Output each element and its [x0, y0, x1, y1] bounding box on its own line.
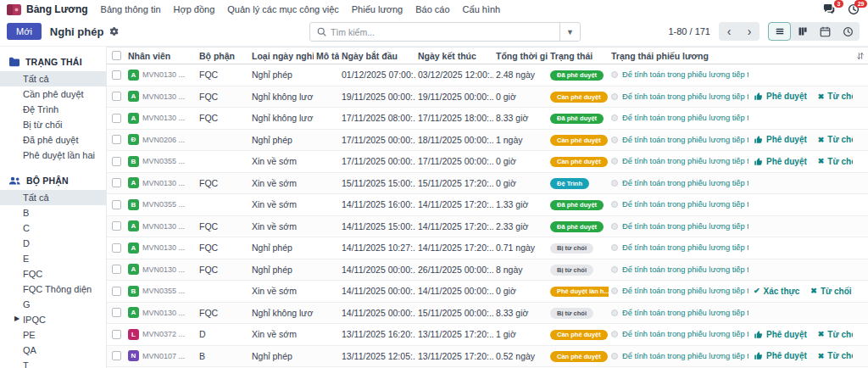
employee-id: MVN0130 ... [142, 70, 185, 79]
pager-previous-button[interactable]: ‹ [719, 22, 739, 41]
messages-icon[interactable]: 3 [822, 3, 836, 15]
sidebar-filter-item[interactable]: Đệ Trình [0, 102, 106, 117]
row-checkbox[interactable] [107, 243, 125, 253]
leave-type-cell: Xin về sớm [249, 178, 314, 188]
table-row[interactable]: LMVN0372 ...DXin về sớm13/11/2025 16:20:… [107, 324, 868, 346]
column-status[interactable]: Trạng thái [548, 51, 609, 61]
table-row[interactable]: AMVN0130 ...FQCNghỉ phép14/11/2025 00:00… [107, 259, 868, 282]
table-row[interactable]: BMVN0355 ...Xin về sớm14/11/2025 16:00:.… [107, 194, 868, 216]
expand-caret-icon[interactable]: ▶ [14, 315, 19, 322]
sidebar-filter-item[interactable]: PE [0, 327, 106, 343]
refuse-button[interactable]: ✖Từ chối [810, 287, 851, 296]
sidebar-filter-item[interactable]: G [0, 297, 106, 312]
row-checkbox[interactable] [107, 135, 125, 144]
row-checkbox[interactable] [107, 330, 125, 339]
nav-menu-item[interactable]: Cấu hình [463, 4, 501, 14]
optional-columns-icon[interactable] [853, 52, 868, 60]
nav-menu-item[interactable]: Phiếu lương [352, 4, 403, 14]
column-department[interactable]: Bộ phận [197, 51, 249, 61]
column-total-time[interactable]: Tổng thời gi... [493, 51, 548, 61]
search-input[interactable] [331, 27, 559, 37]
sidebar-filter-item[interactable]: T [0, 358, 106, 368]
select-all-checkbox[interactable] [107, 51, 125, 60]
row-checkbox[interactable] [107, 114, 125, 123]
new-button[interactable]: Mới [7, 23, 42, 40]
table-row[interactable]: BMVN0355 ...Xin về sớm17/11/2025 00:00:.… [107, 151, 868, 173]
nav-menu-item[interactable]: Quản lý các mục công việc [227, 4, 338, 14]
approve-button[interactable]: Phê duyệt [754, 330, 807, 339]
list-view-button[interactable] [768, 22, 791, 41]
column-employee[interactable]: Nhân viên [125, 51, 197, 61]
refuse-button[interactable]: ✖Từ chối [818, 330, 853, 339]
employee-id: MVN0372 ... [142, 330, 185, 338]
table-row[interactable]: AMVN0130 ...FQCNghỉ không lươ...19/11/20… [107, 86, 868, 109]
settings-gear-icon[interactable] [108, 26, 119, 36]
payslip-status: Để tính toán trong phiếu lương tiếp theo [622, 287, 748, 295]
validate-button[interactable]: ✔Xác thực [754, 287, 799, 296]
leave-type-cell: Xin về sớm [249, 221, 314, 231]
sidebar-filter-item[interactable]: Đã phê duyệt [0, 132, 106, 148]
sidebar-filter-item[interactable]: C [0, 220, 106, 236]
refuse-button[interactable]: ✖Từ chối [818, 135, 853, 144]
sidebar-filter-item[interactable]: Cần phê duyệt [0, 86, 106, 102]
sidebar-filter-item[interactable]: Bị từ chối [0, 117, 106, 132]
row-checkbox[interactable] [107, 178, 125, 187]
sidebar-filter-item[interactable]: Tất cả [0, 71, 106, 86]
sidebar-filter-item[interactable]: B [0, 205, 106, 220]
nav-menu-item[interactable]: Bảng thông tin [101, 4, 161, 14]
sidebar-filter-item[interactable]: Phê duyệt lần hai [0, 148, 106, 163]
nav-menu-item[interactable]: Hợp đồng [174, 4, 215, 14]
sidebar-filter-item[interactable]: D [0, 236, 106, 251]
table-row[interactable]: AMVN0130 ...FQCNghỉ phép14/11/2025 10:27… [107, 237, 868, 259]
approve-button[interactable]: Phê duyệt [754, 351, 807, 360]
start-date-cell: 14/11/2025 00:00:... [339, 308, 415, 318]
table-row[interactable]: AMVN0130 ...FQCNghỉ không lươ...14/11/20… [107, 303, 868, 325]
approve-button[interactable]: Phê duyệt [754, 135, 807, 144]
table-row[interactable]: AMVN0130 ...FQCXin về sớm15/11/2025 15:0… [107, 173, 868, 195]
sidebar-filter-item[interactable]: FQC [0, 266, 106, 282]
leave-type-cell: Nghỉ không lươ... [249, 92, 314, 102]
refuse-button[interactable]: ✖Từ chối [818, 157, 853, 166]
row-checkbox[interactable] [107, 308, 125, 317]
column-payslip-status[interactable]: Trạng thái phiếu lương [609, 51, 751, 61]
search-dropdown-caret[interactable]: ▼ [559, 23, 580, 41]
payslip-radio-icon [611, 71, 618, 78]
column-leave-type[interactable]: Loại ngày nghỉ [249, 51, 314, 61]
sidebar-filter-item[interactable]: E [0, 251, 106, 266]
sidebar-filter-item[interactable]: QA [0, 343, 106, 358]
row-checkbox[interactable] [107, 92, 125, 101]
table-row[interactable]: BMVN0355 ...Xin về sớm14/11/2025 00:00:.… [107, 281, 868, 303]
refuse-button[interactable]: ✖Từ chối [818, 351, 853, 360]
nav-menu-item[interactable]: Báo cáo [415, 4, 449, 14]
approve-button[interactable]: Phê duyệt [754, 92, 807, 101]
employee-avatar: A [128, 70, 139, 81]
row-checkbox[interactable] [107, 221, 125, 231]
sidebar-filter-item[interactable]: ▶IPQC [0, 312, 106, 327]
table-row[interactable]: ĐMVN0206 ...Nghỉ phép17/11/2025 00:00:..… [107, 130, 868, 152]
row-checkbox[interactable] [107, 265, 125, 274]
filters-sidebar: TRẠNG THÁITất cảCần phê duyệtĐệ TrìnhBị … [0, 47, 107, 368]
table-row[interactable]: AMVN0130 ...FQCXin về sớm14/11/2025 15:0… [107, 216, 868, 238]
table-row[interactable]: AMVN0130 ...FQCNghỉ phép01/12/2025 07:00… [107, 64, 868, 86]
row-checkbox[interactable] [107, 287, 125, 296]
sidebar-filter-item[interactable]: Tất cả [0, 190, 106, 205]
app-menu[interactable]: Bảng Lương [7, 3, 88, 15]
row-checkbox[interactable] [107, 351, 125, 360]
activity-view-button[interactable] [837, 22, 860, 41]
column-description[interactable]: Mô tả [314, 51, 339, 61]
sidebar-filter-item[interactable]: FQC Thông diện [0, 282, 106, 297]
kanban-view-button[interactable] [791, 22, 814, 41]
row-checkbox[interactable] [107, 200, 125, 209]
table-row[interactable]: AMVN0130 ...FQCNghỉ không lươ...17/11/20… [107, 108, 868, 130]
status-badge: Đã phê duyệt [550, 70, 604, 81]
refuse-button[interactable]: ✖Từ chối [818, 92, 853, 101]
column-start-date[interactable]: Ngày bắt đầu [339, 51, 415, 61]
row-checkbox[interactable] [107, 70, 125, 80]
activities-icon[interactable]: 29 [848, 3, 860, 15]
approve-button[interactable]: Phê duyệt [754, 157, 807, 166]
table-row[interactable]: NMVN0107 ...BNghỉ phép13/11/2025 12:05:.… [107, 346, 868, 368]
pager-next-button[interactable]: › [739, 22, 760, 41]
row-checkbox[interactable] [107, 157, 125, 166]
calendar-view-button[interactable] [814, 22, 837, 41]
column-end-date[interactable]: Ngày kết thúc [415, 51, 493, 61]
